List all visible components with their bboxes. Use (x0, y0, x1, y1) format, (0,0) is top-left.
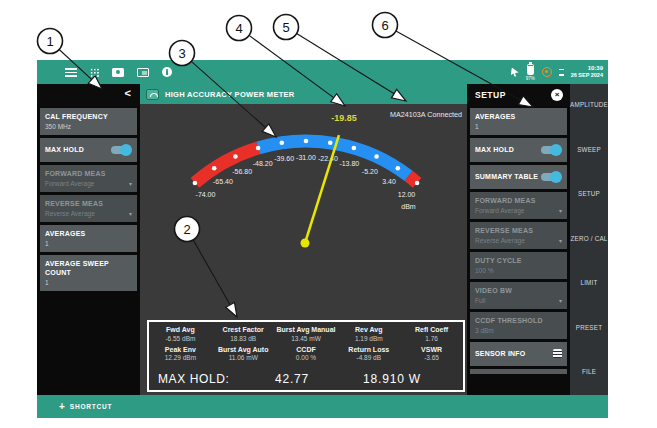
callout-circle-6 (373, 13, 398, 38)
max-hold-label: MAX HOLD: (158, 372, 229, 386)
sensor-info-label: SENSOR INFO (475, 349, 525, 358)
menu-tab-setup[interactable]: SETUP (570, 190, 608, 197)
reverse-meas-value: Reverse Average (45, 210, 95, 217)
system-top-bar: 97% 10:39 26 SEP 2024 (37, 60, 608, 84)
gauge-tick-dot (233, 154, 238, 159)
time-text: 10:39 (571, 64, 603, 72)
right-panel-item-partial (470, 369, 567, 374)
forward-meas-label: FORWARD MEAS (475, 196, 562, 205)
ccdf-threshold-label: CCDF THRESHOLD (475, 316, 562, 325)
max-hold-toggle[interactable] (541, 146, 560, 154)
callout-circle-5 (274, 15, 299, 40)
right-panel-item-reverse-meas: REVERSE MEASReverse Average▾ (470, 222, 567, 249)
summary-cell-burst-avg-auto: Burst Avg Auto11.06 mW (212, 346, 275, 362)
rev-avg-label: Rev Avg (337, 326, 400, 333)
gauge-value-readout: -19.85 (331, 113, 357, 123)
right-panel-item-sensor-info[interactable]: SENSOR INFO (470, 342, 567, 366)
menu-tab-amplitude[interactable]: AMPLITUDE (570, 101, 608, 108)
averages-label: AVERAGES (475, 112, 562, 121)
video-bw-dropdown: Full▾ (475, 297, 562, 304)
summary-cell-vswr: VSWR-3.65 (400, 346, 463, 362)
gauge-tick-label: -48.20 (253, 160, 273, 167)
crest-factor-value: 18.83 dB (212, 335, 275, 342)
right-panel-item-duty-cycle: DUTY CYCLE100 % (470, 252, 567, 279)
max-hold-label: MAX HOLD (475, 145, 514, 154)
camera-icon[interactable] (112, 68, 124, 77)
averages-value: 1 (475, 123, 562, 130)
plus-icon[interactable]: + (59, 401, 65, 412)
left-panel-item-averages[interactable]: AVERAGES1 (40, 225, 137, 252)
left-panel-item-average-sweep-count[interactable]: AVERAGE SWEEP COUNT1 (40, 255, 137, 291)
vswr-value: -3.65 (400, 354, 463, 361)
average-sweep-count-label: AVERAGE SWEEP COUNT (45, 259, 132, 277)
chevron-down-icon: ▾ (559, 207, 562, 214)
gauge-unit-label: dBm (401, 203, 416, 210)
forward-meas-value: Forward Average (475, 207, 524, 214)
menu-tab-zero-cal[interactable]: ZERO / CAL (570, 235, 608, 242)
left-settings-panel: CAL FREQUENCY350 MHzMAX HOLDFORWARD MEAS… (37, 106, 140, 395)
right-panel-item-video-bw: VIDEO BWFull▾ (470, 282, 567, 309)
duty-cycle-label: DUTY CYCLE (475, 256, 562, 265)
max-hold-toggle[interactable] (111, 146, 130, 154)
topbar-right-cluster: 97% 10:39 26 SEP 2024 (511, 60, 603, 84)
summary-table: Fwd Avg-6.55 dBmCrest Factor18.83 dBBurs… (147, 320, 465, 392)
summary-row-2: Peak Env12.29 dBmBurst Avg Auto11.06 mWC… (149, 346, 463, 362)
gauge-tick-label: 3.40 (382, 178, 396, 185)
screenshot-icon[interactable] (137, 68, 149, 77)
close-icon[interactable]: × (551, 89, 563, 101)
peak-env-value: 12.29 dBm (149, 354, 212, 361)
summary-cell-ccdf: CCDF0.00 % (275, 346, 338, 362)
indicator-dashes-icon (559, 69, 564, 76)
burst-avg-manual-label: Burst Avg Manual (275, 326, 338, 333)
gauge-tick-dot (212, 166, 217, 171)
battery-icon (527, 64, 534, 75)
clock: 10:39 26 SEP 2024 (571, 64, 603, 80)
gauge-tick-label: -13.80 (339, 160, 359, 167)
left-panel-item-cal-frequency[interactable]: CAL FREQUENCY350 MHz (40, 108, 137, 135)
date-text: 26 SEP 2024 (571, 72, 603, 79)
ccdf-value: 0.00 % (275, 354, 338, 361)
left-panel-item-reverse-meas: REVERSE MEASReverse Average▾ (40, 195, 137, 222)
refl-coeff-label: Refl Coeff (400, 326, 463, 333)
gauge-needle-pivot (301, 239, 310, 248)
menu-tab-file[interactable]: FILE (570, 368, 608, 375)
reverse-meas-value: Reverse Average (475, 237, 525, 244)
collapse-panel-button[interactable]: < (125, 87, 131, 99)
duty-cycle-value: 100 % (475, 267, 562, 274)
left-panel-item-max-hold[interactable]: MAX HOLD (40, 138, 137, 162)
bottom-shortcut-bar: + SHORTCUT (37, 395, 608, 418)
gauge-tick-label: -56.80 (232, 168, 252, 175)
list-icon (553, 349, 562, 358)
figure-canvas: 97% 10:39 26 SEP 2024 < HIGH ACCURACY PO… (0, 0, 657, 428)
right-panel-item-averages[interactable]: AVERAGES1 (470, 108, 567, 135)
right-panel-item-summary-table[interactable]: SUMMARY TABLE (470, 165, 567, 189)
apps-grid-icon[interactable] (90, 68, 99, 77)
return-loss-value: -4.89 dB (337, 354, 400, 361)
menu-icon[interactable] (65, 68, 77, 77)
gauge-tick-label: -65.40 (213, 178, 233, 185)
menu-tab-limit[interactable]: LIMIT (570, 279, 608, 286)
summary-table-toggle[interactable] (541, 173, 560, 181)
max-hold-value-watts: 18.910 W (363, 372, 421, 386)
power-meter-screenshot: 97% 10:39 26 SEP 2024 < HIGH ACCURACY PO… (37, 60, 608, 418)
right-panel-item-max-hold[interactable]: MAX HOLD (470, 138, 567, 162)
menu-tab-preset[interactable]: PRESET (570, 324, 608, 331)
gauge-tick-label: -22.40 (318, 155, 338, 162)
right-menu-column: AMPLITUDESWEEPSETUPZERO / CALLIMITPRESET… (570, 84, 608, 395)
shortcut-button[interactable]: SHORTCUT (70, 403, 113, 410)
info-icon[interactable] (162, 67, 172, 77)
battery-indicator: 97% (526, 64, 535, 81)
menu-tab-sweep[interactable]: SWEEP (570, 146, 608, 153)
averages-value: 1 (45, 240, 132, 247)
callout-number-5: 5 (282, 20, 289, 35)
cal-frequency-label: CAL FREQUENCY (45, 112, 132, 121)
forward-meas-value: Forward Average (45, 180, 94, 187)
burst-avg-auto-value: 11.06 mW (212, 354, 275, 361)
forward-meas-dropdown: Forward Average▾ (45, 180, 132, 187)
chevron-down-icon: ▾ (129, 180, 132, 187)
crest-factor-label: Crest Factor (212, 326, 275, 333)
rev-avg-value: 1.19 dBm (337, 335, 400, 342)
fwd-avg-value: -6.55 dBm (149, 335, 212, 342)
video-bw-label: VIDEO BW (475, 286, 562, 295)
power-meter-app-icon (146, 89, 159, 100)
